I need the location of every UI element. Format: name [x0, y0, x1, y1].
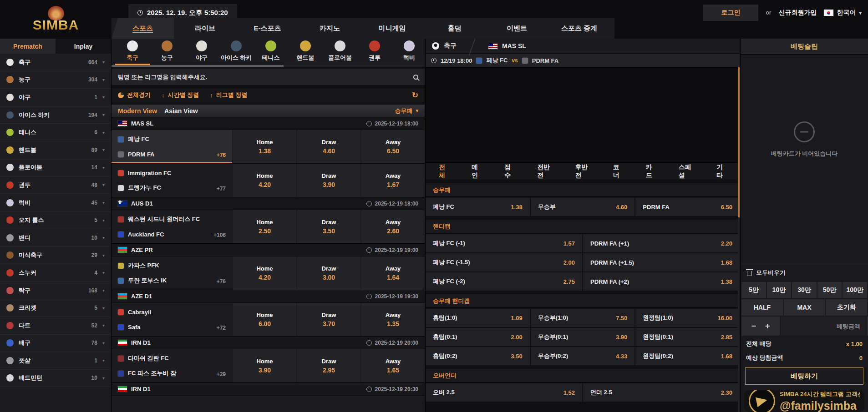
language-selector[interactable]: 한국어 ▾ [824, 9, 862, 17]
odds-cell-away[interactable]: Away1.35 [361, 303, 425, 336]
reset-button[interactable]: 초기화 [826, 299, 867, 316]
odds-cell-home[interactable]: Home6.00 [233, 303, 296, 336]
odds-cell-away[interactable]: Away1.64 [361, 256, 425, 290]
vertical-scrollbar[interactable] [738, 67, 740, 412]
asian-view-toggle[interactable]: Asian View [164, 107, 198, 115]
odds-cell-home[interactable]: Home2.50 [233, 210, 296, 243]
sidebar-sport-item[interactable]: 농구304▾ [0, 71, 111, 89]
market-odds-cell[interactable]: 원정팀(1:0)16.00 [635, 309, 740, 327]
odds-cell-home[interactable]: Home4.20 [233, 164, 296, 197]
odds-cell-away[interactable]: Away2.60 [361, 210, 425, 243]
detail-tab[interactable]: 코너 [602, 163, 635, 180]
market-odds-cell[interactable]: PDRM FA (+1.5)1.68 [583, 253, 740, 271]
sidebar-sport-item[interactable]: 다트52▾ [0, 317, 111, 335]
sport-tab[interactable]: 아이스 하키 [219, 39, 254, 65]
odds-cell-away[interactable]: Away1.65 [361, 349, 425, 382]
market-odds-cell[interactable]: 오버 2.51.52 [426, 383, 582, 402]
max-button[interactable]: MAX [784, 299, 825, 316]
login-button[interactable]: 로그인 [703, 5, 758, 21]
clear-all-button[interactable]: 모두비우기 [741, 264, 868, 281]
nav-tab[interactable]: 이벤트 [486, 18, 548, 39]
match-teams[interactable]: Immigration FC트렝가누 FC+77 [112, 164, 232, 197]
sidebar-sport-item[interactable]: 럭비45▾ [0, 194, 111, 212]
odds-cell-away[interactable]: Away1.67 [361, 164, 425, 197]
search-icon[interactable] [413, 75, 418, 80]
match-row[interactable]: 카파스 PFK두란 토부스 IK+76Home4.20Draw3.00Away1… [112, 256, 425, 290]
amount-chip-button[interactable]: 10만 [767, 282, 792, 298]
match-row[interactable]: 웨스턴 시드니 원더러스 FCAuckland FC+106Home2.50Dr… [112, 210, 425, 243]
sidebar-sport-item[interactable]: 핸드볼89▾ [0, 141, 111, 159]
sport-tab[interactable]: 축구 [115, 39, 150, 65]
nav-tab[interactable]: 홀덤 [423, 18, 486, 39]
market-odds-cell[interactable]: 원정팀(0:1)2.85 [635, 328, 740, 346]
match-teams[interactable]: 다마쉬 길란 FCFC 파스 조누비 잠+29 [112, 349, 232, 382]
sidebar-sport-item[interactable]: 테니스6▾ [0, 124, 111, 141]
amount-chip-button[interactable]: 50만 [817, 282, 842, 298]
detail-tab[interactable]: 스페셜 [667, 163, 705, 180]
sidebar-sport-item[interactable]: 플로어볼14▾ [0, 159, 111, 177]
sport-tab[interactable]: 농구 [150, 39, 184, 65]
match-row[interactable]: 다마쉬 길란 FCFC 파스 조누비 잠+29Home3.90Draw2.95A… [112, 349, 425, 382]
sidebar-sport-item[interactable]: 미식축구29▾ [0, 247, 111, 265]
odds-cell-draw[interactable]: Draw3.90 [297, 164, 360, 197]
sidebar-sport-item[interactable]: 야구1▾ [0, 89, 111, 106]
odds-cell-draw[interactable]: Draw4.60 [297, 130, 360, 163]
sidebar-sport-item[interactable]: 밴디10▾ [0, 229, 111, 247]
market-odds-cell[interactable]: PDRM FA (+1)2.20 [583, 234, 740, 252]
sidebar-sport-item[interactable]: 풋살1▾ [0, 352, 111, 370]
sport-tab[interactable]: 핸드볼 [288, 39, 323, 65]
place-bet-button[interactable]: 베팅하기 [745, 367, 863, 385]
market-odds-cell[interactable]: 무승부(0:2)4.33 [531, 347, 635, 365]
detail-tab[interactable]: 기타 [705, 163, 738, 180]
detail-tab[interactable]: 메인 [460, 163, 493, 180]
match-teams[interactable]: CabrayilSafa+72 [112, 303, 232, 336]
market-odds-cell[interactable]: 무승부(0:1)3.90 [531, 328, 635, 346]
sidebar-sport-item[interactable]: 탁구168▾ [0, 282, 111, 300]
odds-cell-draw[interactable]: Draw2.95 [297, 349, 360, 382]
odds-cell-home[interactable]: Home4.20 [233, 256, 296, 290]
match-row[interactable]: CabrayilSafa+72Home6.00Draw3.70Away1.35 [112, 302, 425, 336]
site-logo[interactable]: SIMBA [0, 0, 112, 39]
signup-link[interactable]: 신규회원가입 [778, 9, 817, 17]
plus-button[interactable]: + [765, 322, 770, 331]
market-odds-cell[interactable]: 페낭 FC (-1)1.57 [426, 234, 582, 252]
sidebar-sport-item[interactable]: 배구78▾ [0, 335, 111, 352]
nav-tab[interactable]: E-스포츠 [236, 18, 299, 39]
filter-sort-down[interactable]: ↓시간별 정렬 [162, 91, 199, 99]
sport-tab[interactable]: 플로어볼 [323, 39, 357, 65]
match-teams[interactable]: 페낭 FCPDRM FA+76 [112, 130, 232, 163]
nav-tab[interactable]: 라이브 [174, 18, 236, 39]
telegram-support-banner[interactable]: SIMBA 24시간 텔레그램 고객센터 @familysimba [744, 390, 864, 412]
market-odds-cell[interactable]: PDRM FA (+2)1.38 [583, 272, 740, 291]
market-odds-cell[interactable]: 무승부4.60 [531, 198, 635, 216]
odds-cell-home[interactable]: Home3.90 [233, 349, 296, 382]
odds-cell-draw[interactable]: Draw3.50 [297, 210, 360, 243]
filter-sort-up[interactable]: ↑리그별 정렬 [210, 91, 247, 99]
tab-inplay[interactable]: Inplay [56, 39, 111, 54]
sport-tab[interactable]: 럭비 [392, 39, 425, 65]
nav-tab[interactable]: 미니게임 [361, 18, 423, 39]
market-odds-cell[interactable]: 홈팀(0:1)2.00 [426, 328, 530, 346]
nav-tab[interactable]: 스포츠 [112, 18, 174, 39]
tab-prematch[interactable]: Prematch [0, 39, 56, 54]
market-odds-cell[interactable]: 무승부(1:0)7.50 [531, 309, 635, 327]
match-teams[interactable]: 카파스 PFK두란 토부스 IK+76 [112, 256, 232, 290]
detail-tab[interactable]: 카드 [635, 163, 667, 180]
sidebar-sport-item[interactable]: 권투48▾ [0, 176, 111, 194]
match-row[interactable]: Immigration FC트렝가누 FC+77Home4.20Draw3.90… [112, 163, 425, 197]
odds-cell-home[interactable]: Home1.38 [233, 130, 296, 163]
sidebar-sport-item[interactable]: 축구664▾ [0, 54, 111, 71]
amount-chip-button[interactable]: 5만 [741, 282, 766, 298]
market-odds-cell[interactable]: 홈팀(1:0)1.09 [426, 309, 530, 327]
nav-tab[interactable]: 스포츠 중계 [548, 18, 610, 39]
market-odds-cell[interactable]: 페낭 FC (-1.5)2.00 [426, 253, 582, 271]
detail-tab[interactable]: 후반전 [563, 163, 601, 180]
odds-cell-draw[interactable]: Draw3.00 [297, 256, 360, 290]
market-type-select[interactable]: 승무패 ▾ [395, 107, 418, 115]
market-odds-cell[interactable]: 원정팀(0:2)1.68 [635, 347, 740, 365]
scrollbar-thumb[interactable] [738, 67, 740, 217]
sport-tab[interactable]: 테니스 [254, 39, 288, 65]
filter-quarter[interactable]: 전체경기 [118, 91, 151, 99]
sport-tab[interactable]: 권투 [357, 39, 392, 65]
match-row[interactable] [112, 395, 425, 412]
